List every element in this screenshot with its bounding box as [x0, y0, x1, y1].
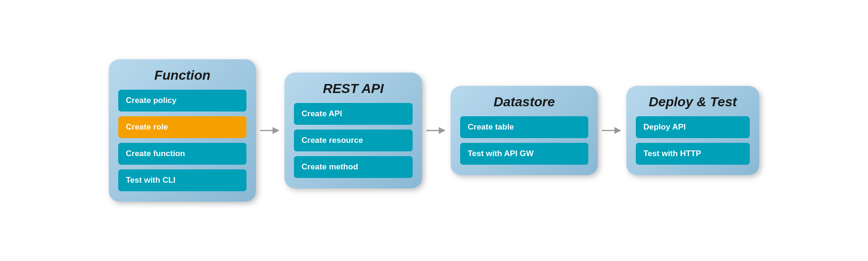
btn-create-policy[interactable]: Create policy — [118, 90, 246, 112]
arrow-icon-3 — [600, 121, 624, 140]
restapi-btn-list: Create API Create resource Create method — [294, 103, 413, 178]
arrow-icon-1 — [258, 121, 282, 140]
panel-function-title: Function — [118, 68, 246, 83]
arrow-3 — [598, 121, 626, 140]
btn-create-role[interactable]: Create role — [118, 116, 246, 138]
arrow-1 — [256, 121, 284, 140]
panel-datastore-title: Datastore — [460, 94, 588, 110]
panel-datastore: Datastore Create table Test with API GW — [451, 86, 598, 175]
btn-test-http[interactable]: Test with HTTP — [636, 143, 750, 165]
arrow-2 — [422, 121, 451, 140]
panel-deploy-title: Deploy & Test — [636, 94, 750, 110]
datastore-btn-list: Create table Test with API GW — [460, 116, 588, 165]
btn-create-api[interactable]: Create API — [294, 103, 413, 125]
arrow-icon-2 — [425, 121, 448, 140]
function-btn-list: Create policy Create role Create functio… — [118, 90, 246, 191]
panel-restapi: REST API Create API Create resource Crea… — [284, 73, 422, 188]
panel-restapi-title: REST API — [294, 81, 413, 96]
btn-create-resource[interactable]: Create resource — [294, 130, 413, 151]
panel-deploy: Deploy & Test Deploy API Test with HTTP — [626, 86, 759, 175]
btn-test-cli[interactable]: Test with CLI — [118, 169, 246, 191]
diagram: Function Create policy Create role Creat… — [90, 50, 778, 211]
btn-test-api-gw[interactable]: Test with API GW — [460, 143, 588, 165]
panel-function: Function Create policy Create role Creat… — [109, 59, 256, 202]
btn-create-function[interactable]: Create function — [118, 143, 246, 165]
deploy-btn-list: Deploy API Test with HTTP — [636, 116, 750, 165]
btn-create-table[interactable]: Create table — [460, 116, 588, 138]
btn-create-method[interactable]: Create method — [294, 156, 413, 178]
btn-deploy-api[interactable]: Deploy API — [636, 116, 750, 138]
